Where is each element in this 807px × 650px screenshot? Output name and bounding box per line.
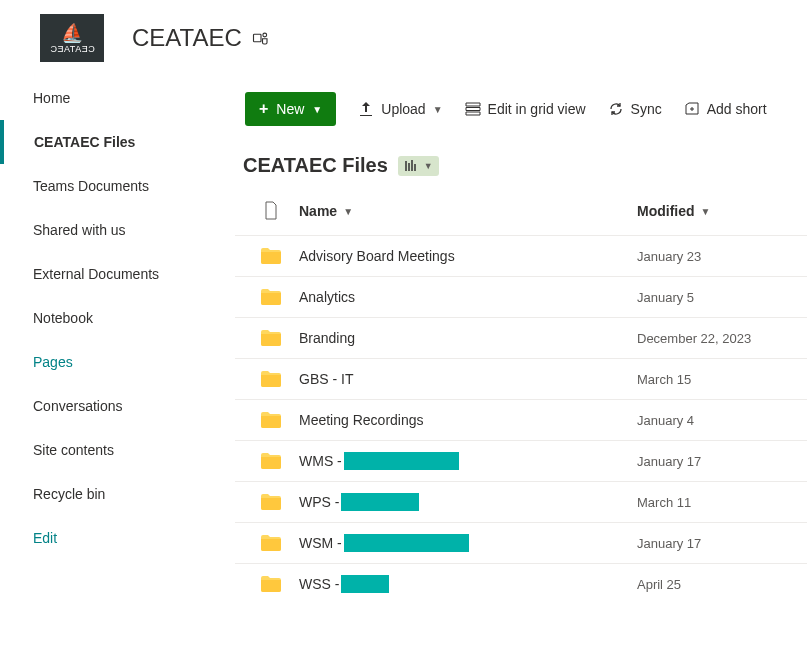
item-name-text: Meeting Recordings — [299, 412, 424, 428]
chevron-down-icon: ▼ — [312, 104, 322, 115]
shortcut-icon — [684, 101, 700, 117]
folder-icon — [247, 534, 295, 552]
item-name[interactable]: Advisory Board Meetings — [295, 248, 637, 264]
item-name[interactable]: WPS - — [295, 493, 637, 511]
table-row[interactable]: BrandingDecember 22, 2023 — [235, 317, 807, 358]
nav-shared-with-us[interactable]: Shared with us — [3, 208, 230, 252]
nav-label: Notebook — [33, 310, 93, 326]
file-icon — [263, 201, 279, 221]
library-title: CEATAEC Files — [243, 154, 388, 177]
item-modified: April 25 — [637, 577, 807, 592]
folder-icon — [247, 493, 295, 511]
main-content: + New ▼ Upload ▼ Edit in grid view Sync … — [230, 76, 807, 646]
nav-recycle-bin[interactable]: Recycle bin — [3, 472, 230, 516]
site-title: CEATAEC — [132, 24, 242, 52]
nav-label: Edit — [33, 530, 57, 546]
sidebar-nav: Home CEATAEC Files Teams Documents Share… — [0, 76, 230, 646]
item-name-text: Analytics — [299, 289, 355, 305]
item-modified: January 23 — [637, 249, 807, 264]
folder-icon — [247, 247, 295, 265]
upload-icon — [358, 101, 374, 117]
nav-label: Site contents — [33, 442, 114, 458]
table-row[interactable]: WSS - April 25 — [235, 563, 807, 604]
redacted-text — [341, 493, 419, 511]
table-row[interactable]: AnalyticsJanuary 5 — [235, 276, 807, 317]
teams-icon[interactable] — [252, 29, 270, 47]
new-button[interactable]: + New ▼ — [245, 92, 336, 126]
item-modified: January 17 — [637, 454, 807, 469]
nav-label: Shared with us — [33, 222, 126, 238]
nav-label: CEATAEC Files — [34, 134, 135, 150]
nav-label: External Documents — [33, 266, 159, 282]
item-name-text: WSM - — [299, 535, 342, 551]
folder-icon — [247, 575, 295, 593]
grid-icon — [465, 101, 481, 117]
item-modified: January 17 — [637, 536, 807, 551]
item-name-text: Branding — [299, 330, 355, 346]
add-shortcut-button[interactable]: Add short — [684, 101, 767, 117]
upload-button[interactable]: Upload ▼ — [358, 101, 442, 117]
edit-grid-button[interactable]: Edit in grid view — [465, 101, 586, 117]
table-row[interactable]: WPS - March 11 — [235, 481, 807, 522]
item-name[interactable]: Branding — [295, 330, 637, 346]
item-name[interactable]: WMS - — [295, 452, 637, 470]
table-row[interactable]: GBS - ITMarch 15 — [235, 358, 807, 399]
nav-ceataec-files[interactable]: CEATAEC Files — [0, 120, 230, 164]
nav-edit[interactable]: Edit — [3, 516, 230, 560]
nav-teams-documents[interactable]: Teams Documents — [3, 164, 230, 208]
redacted-text — [341, 575, 389, 593]
item-name-text: WSS - — [299, 576, 339, 592]
item-modified: January 4 — [637, 413, 807, 428]
folder-icon — [247, 370, 295, 388]
item-name-text: Advisory Board Meetings — [299, 248, 455, 264]
item-name[interactable]: WSS - — [295, 575, 637, 593]
table-row[interactable]: WSM - January 17 — [235, 522, 807, 563]
upload-label: Upload — [381, 101, 425, 117]
nav-pages[interactable]: Pages — [3, 340, 230, 384]
name-header-label: Name — [299, 203, 337, 219]
table-row[interactable]: WMS - January 17 — [235, 440, 807, 481]
nav-label: Home — [33, 90, 70, 106]
item-name-text: WPS - — [299, 494, 339, 510]
sync-icon — [608, 101, 624, 117]
nav-conversations[interactable]: Conversations — [3, 384, 230, 428]
item-name-text: GBS - IT — [299, 371, 353, 387]
sync-button[interactable]: Sync — [608, 101, 662, 117]
item-name[interactable]: GBS - IT — [295, 371, 637, 387]
redacted-text — [344, 534, 469, 552]
item-name[interactable]: Analytics — [295, 289, 637, 305]
modified-header-label: Modified — [637, 203, 695, 219]
item-modified: March 15 — [637, 372, 807, 387]
folder-icon — [247, 329, 295, 347]
chevron-down-icon: ▼ — [433, 104, 443, 115]
site-logo[interactable]: ⛵ CEATAEC — [40, 14, 104, 62]
chevron-down-icon: ▼ — [424, 161, 433, 171]
nav-site-contents[interactable]: Site contents — [3, 428, 230, 472]
nav-label: Recycle bin — [33, 486, 105, 502]
nav-label: Teams Documents — [33, 178, 149, 194]
name-column-header[interactable]: Name ▼ — [295, 203, 637, 219]
view-switch[interactable]: ▼ — [398, 156, 439, 176]
chevron-down-icon: ▼ — [701, 206, 711, 217]
item-name[interactable]: Meeting Recordings — [295, 412, 637, 428]
folder-icon — [247, 452, 295, 470]
sync-label: Sync — [631, 101, 662, 117]
folder-icon — [247, 411, 295, 429]
table-row[interactable]: Advisory Board MeetingsJanuary 23 — [235, 235, 807, 276]
table-row[interactable]: Meeting RecordingsJanuary 4 — [235, 399, 807, 440]
modified-column-header[interactable]: Modified ▼ — [637, 203, 807, 219]
nav-home[interactable]: Home — [3, 76, 230, 120]
folder-icon — [247, 288, 295, 306]
nav-external-documents[interactable]: External Documents — [3, 252, 230, 296]
grid-label: Edit in grid view — [488, 101, 586, 117]
item-modified: January 5 — [637, 290, 807, 305]
nav-notebook[interactable]: Notebook — [3, 296, 230, 340]
view-icon — [404, 158, 420, 174]
item-modified: December 22, 2023 — [637, 331, 807, 346]
item-name-text: WMS - — [299, 453, 342, 469]
column-headers: Name ▼ Modified ▼ — [235, 187, 807, 235]
type-column-header[interactable] — [247, 201, 295, 221]
chevron-down-icon: ▼ — [343, 206, 353, 217]
nav-label: Conversations — [33, 398, 123, 414]
item-name[interactable]: WSM - — [295, 534, 637, 552]
